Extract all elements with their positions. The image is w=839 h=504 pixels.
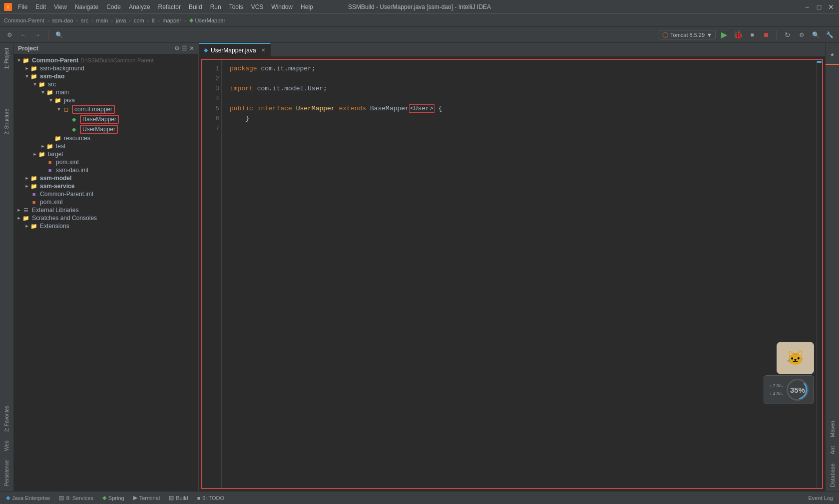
- code-area[interactable]: package com.it.mapper; import com.it.mod…: [222, 60, 816, 488]
- editor-tab-usermapper[interactable]: ◆ UserMapper.java ✕: [199, 43, 271, 56]
- toolbar-settings[interactable]: ⚙: [4, 29, 15, 40]
- tree-item-basemapper[interactable]: ◆ BaseMapper: [14, 114, 198, 124]
- tools-button[interactable]: 🔧: [824, 29, 835, 40]
- ant-label[interactable]: Ant: [828, 442, 838, 459]
- menu-build[interactable]: Build: [186, 2, 205, 11]
- menu-file[interactable]: File: [15, 2, 30, 11]
- menu-edit[interactable]: Edit: [32, 2, 49, 11]
- maximize-button[interactable]: □: [815, 3, 823, 11]
- menu-help[interactable]: Help: [298, 2, 316, 11]
- tree-item-common-parent-iml[interactable]: ■ Common-Parent.iml: [14, 190, 198, 198]
- tree-item-ssm-dao-iml[interactable]: ■ ssm-dao.iml: [14, 166, 198, 174]
- tree-item-common-parent[interactable]: ▼ 📁 Common-Parent D:\SSMBuild\Common-Par…: [14, 56, 198, 64]
- menu-code[interactable]: Code: [103, 2, 124, 11]
- sidebar-tab-structure[interactable]: 2: Structure: [2, 106, 11, 138]
- tree-item-pom-root[interactable]: ■ pom.xml: [14, 198, 198, 206]
- breadcrumb-src[interactable]: src: [81, 17, 88, 23]
- breadcrumb-ssm-dao[interactable]: ssm-dao: [52, 17, 73, 23]
- maven-label[interactable]: Maven: [828, 417, 838, 441]
- breadcrumb-usermapper[interactable]: UserMapper: [195, 17, 226, 23]
- search-everywhere[interactable]: 🔍: [810, 29, 821, 40]
- tree-label-scratches: Scratches and Consoles: [32, 215, 97, 222]
- breadcrumb-it[interactable]: it: [152, 17, 155, 23]
- breadcrumb-com[interactable]: com: [134, 17, 144, 23]
- menu-view[interactable]: View: [51, 2, 70, 11]
- todo-btn[interactable]: ■ 6: TODO: [193, 494, 228, 502]
- tab-close-icon[interactable]: ✕: [261, 47, 265, 53]
- project-tree: ▼ 📁 Common-Parent D:\SSMBuild\Common-Par…: [14, 54, 198, 491]
- database-label[interactable]: Database: [828, 460, 838, 491]
- tree-label-external-libs: External Libraries: [32, 207, 78, 214]
- tree-item-src[interactable]: ▼ 📁 src: [14, 80, 198, 88]
- tree-item-package[interactable]: ▼ ◻ com.it.mapper: [14, 104, 198, 114]
- event-log-btn[interactable]: Event Log: [804, 494, 837, 502]
- sidebar-tab-project[interactable]: 1: Project: [2, 45, 11, 72]
- tomcat-dropdown[interactable]: ◯ Tomcat 8.5.29 ▼: [659, 30, 716, 39]
- tree-label-basemapper: BaseMapper: [80, 115, 119, 124]
- toolbar-undo[interactable]: ←: [18, 29, 29, 40]
- toolbar-redo[interactable]: →: [32, 29, 43, 40]
- tree-item-ssm-service[interactable]: ► 📁 ssm-service: [14, 182, 198, 190]
- bookmark-icon: ★: [830, 52, 835, 57]
- tree-item-java[interactable]: ▼ 📁 java: [14, 96, 198, 104]
- tree-item-scratches[interactable]: ► 📁 Scratches and Consoles: [14, 214, 198, 222]
- project-panel: Project ⚙ ☰ ✕ ▼ 📁 Common-Parent D:\SSMBu…: [14, 43, 199, 491]
- menu-refactor[interactable]: Refactor: [155, 2, 184, 11]
- run-button[interactable]: ▶: [719, 29, 730, 40]
- stop-button[interactable]: ■: [761, 29, 772, 40]
- toolbar-search[interactable]: 🔍: [53, 29, 64, 40]
- tree-item-test[interactable]: ► 📁 test: [14, 142, 198, 150]
- todo-label: 6: TODO: [202, 495, 224, 501]
- tree-label-extensions: Extensions: [40, 223, 69, 230]
- breadcrumb-java[interactable]: java: [116, 17, 126, 23]
- code-line-4: [230, 94, 808, 104]
- folder-icon-java: 📁: [54, 97, 62, 104]
- minimize-button[interactable]: −: [803, 3, 811, 11]
- sidebar-tab-favorites[interactable]: 2: Favorites: [2, 403, 11, 435]
- tree-item-main[interactable]: ▼ 📁 main: [14, 88, 198, 96]
- breadcrumb-main[interactable]: main: [96, 17, 108, 23]
- sidebar-tab-web[interactable]: Web: [2, 438, 11, 454]
- project-close-icon[interactable]: ✕: [189, 45, 194, 52]
- menu-window[interactable]: Window: [268, 2, 296, 11]
- folder-icon-main: 📁: [46, 89, 54, 96]
- breadcrumb-bar: Common-Parent › ssm-dao › src › main › j…: [0, 14, 839, 27]
- menu-navigate[interactable]: Navigate: [72, 2, 101, 11]
- tree-item-ssm-model[interactable]: ► 📁 ssm-model: [14, 174, 198, 182]
- tree-item-resources[interactable]: 📁 resources: [14, 134, 198, 142]
- spring-btn[interactable]: ◆ Spring: [98, 494, 128, 502]
- debug-button[interactable]: 🐞: [733, 29, 744, 40]
- services-btn[interactable]: ▤ 8: Services: [55, 494, 97, 502]
- menu-analyze[interactable]: Analyze: [126, 2, 153, 11]
- breadcrumb-common-parent[interactable]: Common-Parent: [4, 17, 44, 23]
- menu-tools[interactable]: Tools: [226, 2, 246, 11]
- menu-vcs[interactable]: VCS: [248, 2, 267, 11]
- update-button[interactable]: ↻: [782, 29, 793, 40]
- line-num-5: 5: [204, 104, 219, 114]
- tree-label-package: com.it.mapper: [72, 105, 115, 114]
- java-enterprise-btn[interactable]: ◆ Java Enterprise: [2, 494, 54, 502]
- tree-item-ssm-background[interactable]: ► 📁 ssm-background: [14, 64, 198, 72]
- java-enterprise-icon: ◆: [6, 495, 10, 501]
- settings-button[interactable]: ⚙: [796, 29, 807, 40]
- sidebar-tab-persistence[interactable]: Persistence: [2, 457, 11, 489]
- close-button[interactable]: ✕: [827, 3, 835, 11]
- breadcrumb-mapper[interactable]: mapper: [163, 17, 181, 23]
- tree-item-external-libs[interactable]: ► ☰ External Libraries: [14, 206, 198, 214]
- tree-item-pom1[interactable]: ■ pom.xml: [14, 158, 198, 166]
- coverage-button[interactable]: ■: [747, 29, 758, 40]
- arrow-extensions: ►: [24, 224, 30, 229]
- code-line-2: [230, 74, 808, 84]
- tree-item-ssm-dao[interactable]: ▼ 📁 ssm-dao: [14, 72, 198, 80]
- window-title: SSMBuild - UserMapper.java [ssm-dao] - I…: [348, 3, 491, 10]
- package-icon: ◻: [62, 106, 70, 113]
- tree-item-usermapper[interactable]: ◆ UserMapper: [14, 124, 198, 134]
- build-btn[interactable]: ▤ Build: [165, 494, 192, 502]
- tree-item-extensions[interactable]: ► 📁 Extensions: [14, 222, 198, 230]
- terminal-btn[interactable]: ▶ Terminal: [129, 494, 164, 502]
- menu-run[interactable]: Run: [207, 2, 224, 11]
- project-layout-icon[interactable]: ☰: [182, 45, 187, 52]
- project-header-icons: ⚙ ☰ ✕: [174, 45, 194, 52]
- project-settings-icon[interactable]: ⚙: [174, 45, 180, 52]
- tree-item-target[interactable]: ► 📁 target: [14, 150, 198, 158]
